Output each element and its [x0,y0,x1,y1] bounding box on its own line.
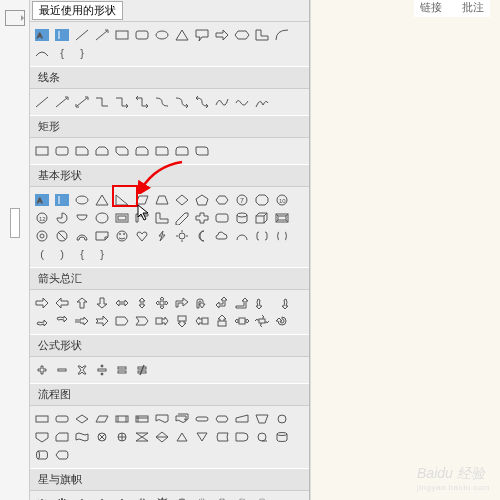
pie-icon[interactable] [53,210,71,226]
flow-junction-icon[interactable] [93,429,111,445]
flow-collate-icon[interactable] [133,429,151,445]
collapse-icon[interactable] [5,10,25,26]
vtext-icon[interactable] [53,192,71,208]
down-callout-arrow-icon[interactable] [173,313,191,329]
up-callout-arrow-icon[interactable] [213,313,231,329]
double-brace-icon[interactable] [273,228,291,244]
left-arrow-icon[interactable] [53,295,71,311]
scribble1-icon[interactable] [233,94,251,110]
flow-mag-disk-icon[interactable] [273,429,291,445]
divide-icon[interactable] [93,362,111,378]
up-arrow-icon[interactable] [73,295,91,311]
block-arc-icon[interactable] [73,228,91,244]
rounded-rect-icon[interactable] [133,27,151,43]
plaque-icon[interactable] [213,210,231,226]
section-lines[interactable]: 线条 [30,66,309,89]
flow-direct-icon[interactable] [33,447,51,463]
elbow-double-icon[interactable] [133,94,151,110]
octagon-icon[interactable] [253,192,271,208]
explosion1-icon[interactable] [33,496,51,500]
not-equal-icon[interactable] [133,362,151,378]
quad-callout-arrow-icon[interactable] [253,313,271,329]
donut-icon[interactable] [33,228,51,244]
line-icon[interactable] [33,94,51,110]
striped-arrow-icon[interactable] [73,313,91,329]
smiley-icon[interactable] [113,228,131,244]
elbow-icon[interactable] [93,94,111,110]
pentagon-arrow-icon[interactable] [113,313,131,329]
line-double-arrow-icon[interactable] [73,94,91,110]
section-rects[interactable]: 矩形 [30,115,309,138]
curved-down-arrow-icon[interactable] [53,313,71,329]
elbow-arrow-icon[interactable] [113,94,131,110]
tab-link[interactable]: 链接 [420,0,442,15]
diamond-icon[interactable] [173,192,191,208]
moon-icon[interactable] [193,228,211,244]
line-icon[interactable] [73,27,91,43]
bent-arrow-icon[interactable] [173,295,191,311]
u-turn-arrow-icon[interactable] [193,295,211,311]
flow-sort-icon[interactable] [153,429,171,445]
flow-document-icon[interactable] [153,411,171,427]
up-down-arrow-icon[interactable] [133,295,151,311]
snip2-rect-icon[interactable] [93,143,111,159]
snip1-rect-icon[interactable] [73,143,91,159]
flow-connector-icon[interactable] [273,411,291,427]
arc-icon[interactable] [233,228,251,244]
star10-icon[interactable]: 10 [173,496,191,500]
lr-callout-arrow-icon[interactable] [233,313,251,329]
star5-icon[interactable] [93,496,111,500]
textbox-icon[interactable]: A [33,27,51,43]
explosion2-icon[interactable] [53,496,71,500]
decagon-icon[interactable]: 10 [273,192,291,208]
flow-delay-icon[interactable] [233,429,251,445]
flow-alt-process-icon[interactable] [53,411,71,427]
star7-icon[interactable] [133,496,151,500]
right-callout-arrow-icon[interactable] [153,313,171,329]
flow-terminator-icon[interactable] [193,411,211,427]
shapes-scroll[interactable]: A { } 线条 [30,22,309,500]
section-basic[interactable]: 基本形状 [30,164,309,187]
l-shape-icon[interactable] [253,27,271,43]
curve-double-icon[interactable] [193,94,211,110]
double-bracket-icon[interactable] [253,228,271,244]
sun-icon[interactable] [173,228,191,244]
l-shape-icon[interactable] [153,210,171,226]
right-triangle-icon[interactable] [113,192,131,208]
flow-data-icon[interactable] [93,411,111,427]
snip-round-rect-icon[interactable] [133,143,151,159]
star24-icon[interactable] [233,496,251,500]
flow-decision-icon[interactable] [73,411,91,427]
star4-icon[interactable] [73,496,91,500]
star16-icon[interactable] [213,496,231,500]
rect-icon[interactable] [33,143,51,159]
dodecagon-icon[interactable]: 12 [33,210,51,226]
half-frame-icon[interactable] [133,210,151,226]
flow-manual-input-icon[interactable] [233,411,251,427]
line-arrow-icon[interactable] [53,94,71,110]
scribble2-icon[interactable] [253,94,271,110]
round1-rect-icon[interactable] [153,143,171,159]
curve-icon[interactable] [33,45,51,61]
plus-icon[interactable] [33,362,51,378]
flow-offpage-icon[interactable] [33,429,51,445]
flow-multidoc-icon[interactable] [173,411,191,427]
lightning-icon[interactable] [153,228,171,244]
curve-connector-icon[interactable] [153,94,171,110]
line-arrow-icon[interactable] [93,27,111,43]
left-brace-icon[interactable]: { [73,246,91,262]
arc-icon[interactable] [273,27,291,43]
brace-close-icon[interactable]: } [73,45,91,61]
circular-arrow-icon[interactable] [273,313,291,329]
can-icon[interactable] [233,210,251,226]
section-arrows[interactable]: 箭头总汇 [30,267,309,290]
flow-card-icon[interactable] [53,429,71,445]
round2-rect-icon[interactable] [173,143,191,159]
flow-internal-icon[interactable] [133,411,151,427]
left-callout-arrow-icon[interactable] [193,313,211,329]
star32-icon[interactable] [253,496,271,500]
notched-arrow-icon[interactable] [93,313,111,329]
bevel-icon[interactable] [273,210,291,226]
flow-stored-icon[interactable] [213,429,231,445]
star8-icon[interactable] [153,496,171,500]
